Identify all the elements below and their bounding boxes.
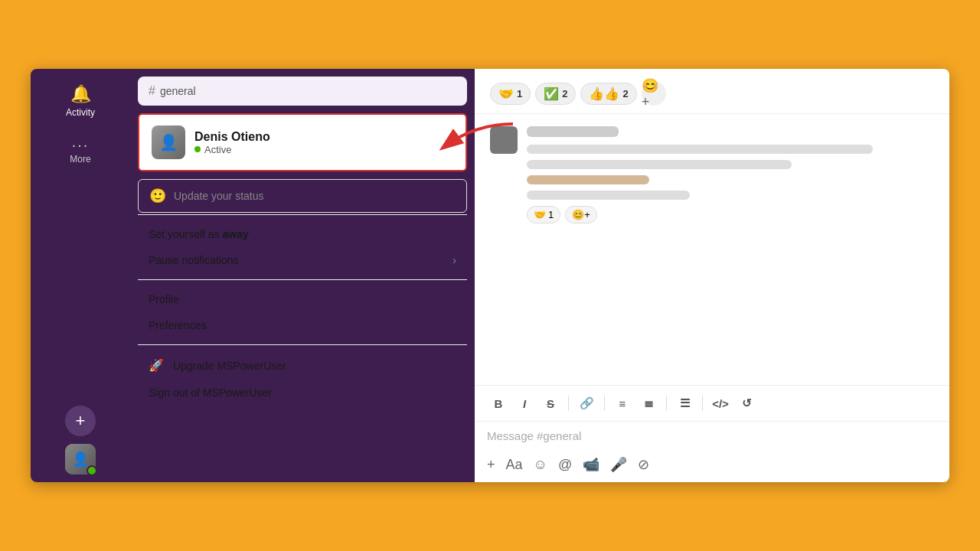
message-content-1: 🤝 1 😊+ xyxy=(527,126,934,223)
pause-notifications-text: Pause notifications xyxy=(149,254,239,266)
popup-menu-body: 🙂 Update your status Set yourself as awa… xyxy=(130,179,475,419)
menu-section-profile: Profile Preferences xyxy=(138,279,467,344)
toolbar-divider-3 xyxy=(666,396,667,411)
inline-reaction-handshake[interactable]: 🤝 1 xyxy=(527,206,560,223)
upgrade-text: 🚀 Upgrade MSPowerUser xyxy=(149,358,286,373)
thumbsup-emoji: 👍👍 xyxy=(589,86,619,101)
chat-area: 🤝 1 ✅ 2 👍👍 2 😊+ xyxy=(475,69,949,482)
sidebar-item-more[interactable]: ··· More xyxy=(31,126,130,172)
add-reaction-button[interactable]: 😊+ xyxy=(642,81,666,106)
profile-card[interactable]: 👤 Denis Otieno Active xyxy=(138,113,467,171)
status-input-row[interactable]: 🙂 Update your status xyxy=(138,179,467,213)
code-button[interactable]: </> xyxy=(709,392,732,415)
toolbar-divider-2 xyxy=(604,396,605,411)
inline-add-reaction[interactable]: 😊+ xyxy=(565,206,597,223)
blur-text-1c xyxy=(527,191,690,200)
inline-handshake-emoji: 🤝 xyxy=(534,209,546,220)
profile-label: Profile xyxy=(149,293,179,305)
channel-header: # general xyxy=(138,77,467,106)
attach-button[interactable]: + xyxy=(487,457,495,473)
pause-notifications-item[interactable]: Pause notifications › xyxy=(138,247,467,273)
set-away-item[interactable]: Set yourself as away xyxy=(138,221,467,247)
status-placeholder: Update your status xyxy=(174,190,264,202)
slash-command-button[interactable]: ⊘ xyxy=(638,456,649,473)
emoji-button[interactable]: ☺ xyxy=(534,457,547,473)
bottom-toolbar: + Aa ☺ @ 📹 🎤 ⊘ xyxy=(475,450,949,482)
emoji-icon: 🙂 xyxy=(149,187,166,204)
inline-reactions: 🤝 1 😊+ xyxy=(527,206,934,223)
italic-button[interactable]: I xyxy=(513,392,536,415)
inline-handshake-count: 1 xyxy=(548,209,554,220)
strikethrough-button[interactable]: S xyxy=(539,392,562,415)
chat-messages: 🤝 1 😊+ xyxy=(475,114,949,385)
profile-item[interactable]: Profile xyxy=(138,286,467,312)
audio-button[interactable]: 🎤 xyxy=(610,456,627,473)
sign-out-item[interactable]: Sign out of MSPowerUser xyxy=(138,380,467,406)
profile-name: Denis Otieno xyxy=(194,130,270,144)
check-count: 2 xyxy=(562,88,567,99)
hash-icon: # xyxy=(149,84,155,98)
message-input-row[interactable]: Message #general xyxy=(475,422,949,450)
status-dot xyxy=(194,146,201,152)
bullet-list-button[interactable]: ≡ xyxy=(611,392,634,415)
set-away-text: Set yourself as away xyxy=(149,228,249,240)
reactions-top-bar: 🤝 1 ✅ 2 👍👍 2 😊+ xyxy=(475,69,949,114)
blur-text-1a xyxy=(527,145,873,154)
formatting-toolbar: B I S 🔗 ≡ ≣ ☰ </> ↺ xyxy=(475,385,949,422)
link-button[interactable]: 🔗 xyxy=(575,392,598,415)
more-dots-icon: ··· xyxy=(72,136,90,154)
menu-section-account: 🚀 Upgrade MSPowerUser Sign out of MSPowe… xyxy=(138,344,467,412)
plus-icon: + xyxy=(76,411,86,431)
toolbar-divider-1 xyxy=(568,396,569,411)
more-label: More xyxy=(70,154,90,165)
reaction-check[interactable]: ✅ 2 xyxy=(535,83,576,105)
handshake-count: 1 xyxy=(517,88,522,99)
ordered-list-button[interactable]: ≣ xyxy=(637,392,660,415)
format-text-button[interactable]: Aa xyxy=(506,457,523,473)
sidebar: 🔔 Activity ··· More + 👤 xyxy=(31,69,130,482)
profile-info: Denis Otieno Active xyxy=(194,130,270,155)
sidebar-item-activity[interactable]: 🔔 Activity xyxy=(31,77,130,126)
menu-section-status: Set yourself as away Pause notifications… xyxy=(138,214,467,279)
add-workspace-button[interactable]: + xyxy=(65,406,96,436)
profile-avatar: 👤 xyxy=(152,126,185,159)
code-block-button[interactable]: ↺ xyxy=(735,392,758,415)
inline-add-icon: 😊+ xyxy=(572,209,590,220)
bold-button[interactable]: B xyxy=(487,392,510,415)
upgrade-item[interactable]: 🚀 Upgrade MSPowerUser xyxy=(138,351,467,380)
check-emoji: ✅ xyxy=(544,86,559,101)
preferences-label: Preferences xyxy=(149,319,206,331)
add-reaction-icon: 😊+ xyxy=(642,77,666,110)
status-text: Active xyxy=(204,144,231,155)
user-avatar[interactable]: 👤 xyxy=(65,444,96,474)
preferences-item[interactable]: Preferences xyxy=(138,312,467,338)
blur-highlight-1 xyxy=(527,175,649,184)
blur-text-1b xyxy=(527,160,792,169)
chevron-right-icon: › xyxy=(452,254,456,266)
popup-wrapper: # general 👤 Denis Otieno Active xyxy=(130,69,475,482)
message-input-placeholder[interactable]: Message #general xyxy=(487,429,937,442)
sign-out-text: Sign out of MSPowerUser xyxy=(149,386,272,399)
toolbar-divider-4 xyxy=(702,396,703,411)
bell-icon: 🔔 xyxy=(70,84,91,104)
mention-button[interactable]: @ xyxy=(558,457,572,473)
reaction-handshake[interactable]: 🤝 1 xyxy=(490,83,531,105)
blur-name-1 xyxy=(527,126,619,137)
handshake-emoji: 🤝 xyxy=(498,86,514,101)
message-blurred-1: 🤝 1 😊+ xyxy=(490,126,934,223)
profile-status: Active xyxy=(194,144,270,155)
avatar-image: 👤 xyxy=(65,444,96,474)
arrow-indicator xyxy=(429,116,521,165)
activity-label: Activity xyxy=(66,107,95,118)
channel-name: general xyxy=(160,85,196,97)
block-quote-button[interactable]: ☰ xyxy=(673,392,696,415)
thumbsup-count: 2 xyxy=(622,88,628,99)
reaction-thumbsup[interactable]: 👍👍 2 xyxy=(580,83,636,105)
video-button[interactable]: 📹 xyxy=(583,456,599,473)
